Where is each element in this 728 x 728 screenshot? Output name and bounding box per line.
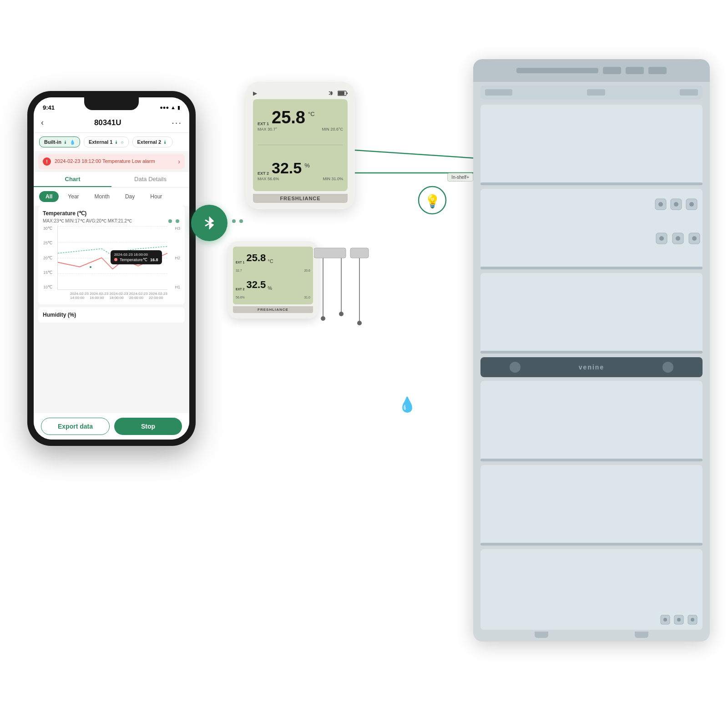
shelf-line-2 bbox=[480, 267, 703, 269]
svg-point-23 bbox=[689, 202, 694, 207]
fridge-brand-text: venine bbox=[579, 364, 604, 371]
tooltip-dot bbox=[114, 258, 117, 261]
builtin-tab[interactable]: Built-in 🌡 💧 bbox=[39, 136, 80, 147]
chart-data-tabs: Chart Data Details bbox=[34, 172, 189, 187]
battery-device-icon bbox=[338, 91, 348, 96]
shelf-line-4 bbox=[480, 459, 703, 461]
drawer-icons bbox=[660, 614, 698, 625]
small-max2: 56.6% bbox=[236, 296, 245, 299]
drop-icon: 💧 bbox=[70, 140, 75, 145]
day-filter-button[interactable]: Day bbox=[119, 191, 141, 202]
svg-rect-16 bbox=[314, 248, 346, 258]
panel-slot-1 bbox=[516, 68, 598, 73]
svg-point-4 bbox=[419, 187, 446, 214]
small-ext1: EXT 1 bbox=[236, 261, 244, 264]
fridge-top-inner-shelf bbox=[480, 86, 703, 99]
bt-dot-3 bbox=[232, 219, 236, 223]
tooltip-number: 16.8 bbox=[150, 258, 158, 262]
device-temp2-unit: % bbox=[304, 162, 310, 169]
svg-point-25 bbox=[659, 236, 664, 241]
bluetooth-dots-left bbox=[168, 219, 179, 223]
drawer-icon-1 bbox=[660, 614, 671, 625]
battery-icon: ▮ bbox=[177, 105, 180, 111]
fridge-section-1 bbox=[480, 105, 703, 185]
device-brand: FRESHLIANCE bbox=[253, 194, 348, 203]
y-label-30: 30℃ bbox=[43, 226, 52, 231]
fridge-bottom-section-2 bbox=[480, 465, 703, 546]
external2-tab[interactable]: External 2 🌡 bbox=[132, 136, 173, 147]
shelf-line-1 bbox=[480, 182, 703, 185]
fridge-bottom-section-1 bbox=[480, 381, 703, 461]
stop-button[interactable]: Stop bbox=[114, 418, 182, 435]
svg-text:💡: 💡 bbox=[425, 194, 440, 209]
external1-tab[interactable]: External 1 🌡 ○ bbox=[84, 136, 129, 147]
month-filter-button[interactable]: Month bbox=[88, 191, 116, 202]
control-btn-1[interactable] bbox=[510, 362, 521, 373]
panel-slot-2 bbox=[603, 67, 621, 74]
small-device-screen: EXT 1 25.8 °C 32.7 20.6 EXT 2 32.5 % 56.… bbox=[233, 247, 313, 304]
svg-point-19 bbox=[658, 202, 663, 207]
bluetooth-small-icon bbox=[327, 91, 335, 96]
drawer-icon-3 bbox=[687, 614, 698, 625]
device-ext2-section: EXT 2 32.5 % MAX 56.6% MIN 31.0% bbox=[258, 157, 343, 182]
bluetooth-svg bbox=[200, 214, 218, 232]
small-max1: 32.7 bbox=[236, 269, 242, 272]
small-minmax1: 32.7 20.6 bbox=[236, 269, 310, 272]
ext2-temp-icon: 🌡 bbox=[163, 140, 167, 145]
status-icons: ●●● ▲ ▮ bbox=[160, 105, 180, 111]
small-min1: 20.6 bbox=[304, 269, 310, 272]
y-label-10: 10℃ bbox=[43, 285, 52, 289]
device-top-icons: ▶ bbox=[253, 90, 348, 96]
chart-tab[interactable]: Chart bbox=[34, 172, 111, 187]
shelf-line-3 bbox=[480, 351, 703, 354]
small-device: EXT 1 25.8 °C 32.7 20.6 EXT 2 32.5 % 56.… bbox=[228, 241, 318, 318]
drawer-icon-2 bbox=[673, 614, 684, 625]
back-button[interactable]: ‹ bbox=[41, 118, 44, 127]
fridge-section-2 bbox=[480, 189, 703, 269]
right-icon-3 bbox=[688, 232, 701, 245]
svg-rect-17 bbox=[350, 248, 369, 258]
x-label-5: 2024-02-2322:00:00 bbox=[149, 292, 167, 300]
device-min2: MIN 31.0% bbox=[323, 177, 343, 181]
device-right-icons bbox=[327, 91, 348, 96]
device-divider bbox=[258, 145, 343, 145]
all-filter-button[interactable]: All bbox=[39, 191, 59, 202]
action-buttons: Export data Stop bbox=[34, 413, 189, 440]
panel-slot-3 bbox=[626, 67, 644, 74]
year-filter-button[interactable]: Year bbox=[61, 191, 85, 202]
alarm-text: 2024-02-23 18:12:00 Temperature Low alar… bbox=[55, 158, 174, 165]
inner-component-1 bbox=[485, 89, 512, 96]
humidity-title: Humidity (%) bbox=[43, 312, 180, 318]
svg-point-13 bbox=[339, 312, 344, 316]
data-details-label: Data Details bbox=[134, 176, 167, 182]
small-unit1: °C bbox=[268, 258, 273, 264]
right-icon-1 bbox=[655, 232, 668, 245]
bt-dot-1 bbox=[168, 219, 172, 223]
inner-component-2 bbox=[587, 89, 605, 96]
x-label-4: 2024-02-2320:00:00 bbox=[129, 292, 148, 300]
refrigerator: venine bbox=[473, 59, 710, 642]
hour-filter-button[interactable]: Hour bbox=[144, 191, 168, 202]
device-temp-row: EXT 1 25.8 °C bbox=[258, 109, 343, 126]
alarm-indicator: ! bbox=[43, 157, 51, 166]
bt-dot-4 bbox=[239, 219, 243, 223]
right-icon-2 bbox=[672, 232, 684, 245]
more-options-button[interactable]: ··· bbox=[172, 117, 182, 128]
y-label-20: 20℃ bbox=[43, 256, 52, 260]
x-label-1: 2024-02-2314:00:00 bbox=[70, 292, 89, 300]
time-filter: All Year Month Day Hour bbox=[34, 187, 189, 206]
sensor-tabs: Built-in 🌡 💧 External 1 🌡 ○ External 2 🌡 bbox=[34, 133, 189, 151]
data-details-tab[interactable]: Data Details bbox=[111, 172, 189, 187]
svg-point-15 bbox=[357, 321, 362, 325]
chart-data-dot bbox=[89, 265, 92, 269]
export-data-button[interactable]: Export data bbox=[41, 418, 110, 435]
svg-point-35 bbox=[691, 618, 694, 622]
device-temp2-value: 32.5 bbox=[272, 160, 302, 176]
bluetooth-icon bbox=[191, 205, 228, 241]
app-header: ‹ 80341U ··· bbox=[34, 114, 189, 133]
alarm-banner[interactable]: ! 2024-02-23 18:12:00 Temperature Low al… bbox=[38, 154, 185, 169]
control-btn-2[interactable] bbox=[662, 362, 673, 373]
right-controls-1 bbox=[655, 232, 701, 245]
x-label-2: 2024-02-2316:00:00 bbox=[90, 292, 108, 300]
shelf-controls bbox=[654, 198, 698, 211]
